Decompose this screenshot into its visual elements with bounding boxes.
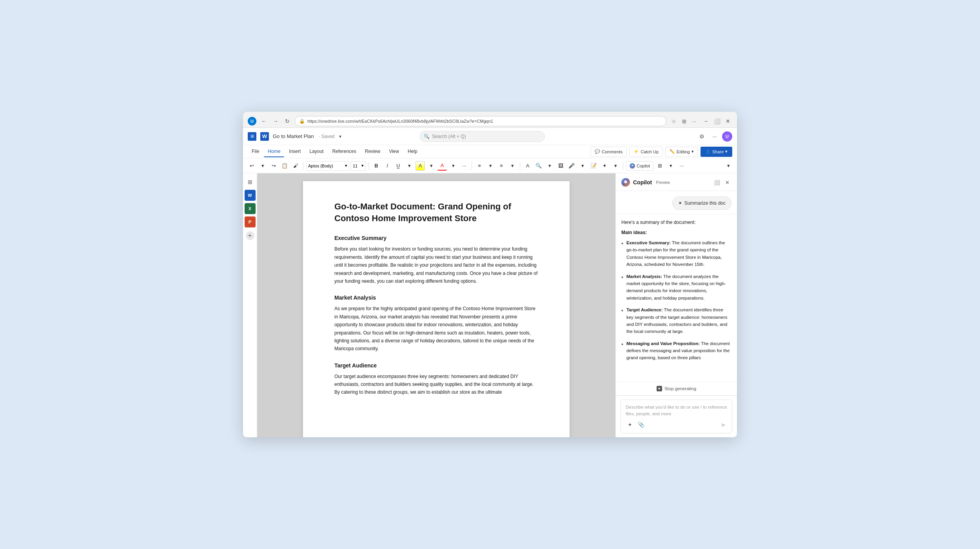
share-button[interactable]: 👤 Share ▾: [701, 147, 732, 157]
browser-forward-button[interactable]: →: [271, 117, 280, 125]
image-button[interactable]: 🖼: [556, 161, 565, 171]
browser-close-button[interactable]: ✕: [724, 117, 732, 125]
word-app-bar: ⊞ W Go to Market Plan · Saved ▾ 🔍 Search…: [243, 128, 737, 145]
sidebar-word-icon[interactable]: W: [245, 190, 256, 201]
toolbar-divider-5: [623, 162, 623, 170]
sidebar-powerpoint-icon[interactable]: P: [245, 216, 256, 227]
word-search-bar[interactable]: 🔍 Search (Alt + Q): [419, 131, 545, 142]
browser-maximize-button[interactable]: ⬜: [713, 117, 721, 125]
browser-top-bar: U ← → ↻ 🔒 https://onedrive.live.com/w/t/…: [248, 115, 732, 127]
summary-main-ideas-heading: Main ideas:: [621, 230, 731, 235]
sidebar-add-button[interactable]: +: [246, 231, 254, 240]
section-heading-market-analysis: Market Analysis: [334, 294, 538, 301]
ribbon-tab-insert[interactable]: Insert: [285, 146, 305, 157]
find-button[interactable]: 🔍: [534, 161, 543, 171]
find-dropdown-button[interactable]: ▾: [545, 161, 554, 171]
browser-minimize-button[interactable]: −: [702, 117, 710, 125]
alignment-button[interactable]: ≡: [497, 161, 506, 171]
summarize-area: ✦ Summarize this doc: [616, 191, 737, 214]
comments-button[interactable]: 💬 Comments: [590, 147, 627, 157]
underline-button[interactable]: U̲: [394, 161, 403, 171]
ribbon-right-actions: 💬 Comments ⚡ Catch Up ✏️ Editing ▾ 👤 Sha…: [590, 147, 732, 157]
browser-action-icons: ☆ ⊞ ···: [670, 117, 699, 125]
word-logo: W: [260, 132, 269, 141]
browser-address-bar[interactable]: 🔒 https://onedrive.live.com/w/t/EaCKkPs6…: [295, 116, 666, 126]
font-name-selector[interactable]: Aptos (Body) ▾: [306, 161, 349, 171]
toolbar-expand-button[interactable]: ▾: [724, 161, 733, 171]
summarize-doc-button[interactable]: ✦ Summarize this doc: [672, 196, 731, 210]
copilot-attach-button[interactable]: 📎: [637, 420, 645, 429]
ribbon-tab-home[interactable]: Home: [264, 146, 284, 157]
undo-dropdown-button[interactable]: ▾: [258, 161, 267, 171]
underline-dropdown-button[interactable]: ▾: [405, 161, 414, 171]
highlight-dropdown-button[interactable]: ▾: [426, 161, 436, 171]
summary-item-label-3: Target Audience:: [626, 307, 663, 312]
copilot-maximize-button[interactable]: ⬜: [713, 178, 721, 187]
table-dropdown-button[interactable]: ▾: [666, 161, 675, 171]
ribbon-tab-file[interactable]: File: [248, 146, 263, 157]
settings-button[interactable]: ⚙: [697, 131, 707, 142]
italic-button[interactable]: I: [383, 161, 392, 171]
bullet-icon-3: •: [621, 306, 623, 335]
smart-tools-button[interactable]: ✦: [600, 161, 609, 171]
browser-refresh-button[interactable]: ↻: [283, 117, 292, 125]
font-color-button[interactable]: A: [437, 161, 447, 171]
highlight-color-button[interactable]: A: [416, 161, 425, 171]
stop-generating-button[interactable]: ■ Stop generating: [657, 386, 696, 391]
copilot-panel: Copilot Preview ⬜ ✕ ✦ Summarize this doc: [615, 173, 737, 437]
browser-favorites-button[interactable]: ☆: [670, 117, 678, 125]
toolbar-divider-2: [368, 162, 369, 170]
redo-button[interactable]: ↪: [269, 161, 278, 171]
sidebar-excel-icon[interactable]: X: [245, 203, 256, 214]
ribbon-tab-view[interactable]: View: [385, 146, 403, 157]
voice-dropdown-button[interactable]: ▾: [578, 161, 587, 171]
format-painter-button[interactable]: 🖌: [291, 161, 300, 171]
more-options-button[interactable]: ···: [710, 131, 720, 142]
copilot-sparkle-button[interactable]: ✦: [626, 420, 634, 429]
browser-more-button[interactable]: ···: [690, 117, 699, 125]
ribbon-tab-references[interactable]: References: [328, 146, 360, 157]
browser-extensions-button[interactable]: ⊞: [680, 117, 688, 125]
voice-button[interactable]: 🎤: [567, 161, 576, 171]
copilot-toolbar-button[interactable]: ✦ Copilot: [626, 161, 653, 171]
app-layout: ⊞ W X P + Go-to-Market Document: Grand O…: [243, 173, 737, 437]
editor-button[interactable]: 📝: [589, 161, 598, 171]
catchup-button[interactable]: ⚡ Catch Up: [629, 147, 663, 157]
more-formatting-button[interactable]: ···: [459, 161, 469, 171]
alignment-dropdown-button[interactable]: ▾: [508, 161, 517, 171]
document-area[interactable]: Go-to-Market Document: Grand Opening of …: [257, 173, 615, 437]
copilot-input-box[interactable]: Describe what you'd like to do or use / …: [621, 400, 732, 434]
ribbon-tab-review[interactable]: Review: [361, 146, 384, 157]
more-toolbar-button[interactable]: ···: [677, 161, 686, 171]
undo-button[interactable]: ↩: [247, 161, 256, 171]
font-color-dropdown-button[interactable]: ▾: [448, 161, 458, 171]
section-content-target-audience: Our target audience encompasses three ke…: [334, 373, 538, 396]
browser-profile-avatar[interactable]: U: [248, 117, 256, 125]
sidebar-grid-icon[interactable]: ⊞: [245, 176, 256, 187]
user-avatar[interactable]: U: [722, 131, 732, 142]
ribbon-menu: File Home Insert Layout References Revie…: [243, 145, 737, 158]
copilot-send-button[interactable]: ➤: [719, 420, 727, 429]
document-saved-status: · Saved: [319, 134, 335, 139]
browser-window: U ← → ↻ 🔒 https://onedrive.live.com/w/t/…: [243, 112, 737, 437]
paste-button[interactable]: 📋: [280, 161, 289, 171]
summary-item-label-2: Market Analysis:: [626, 274, 662, 279]
text-effects-button[interactable]: A: [523, 161, 532, 171]
apps-grid-icon[interactable]: ⊞: [248, 132, 256, 141]
bullets-dropdown-button[interactable]: ▾: [486, 161, 495, 171]
font-size-dropdown-icon: ▾: [361, 163, 364, 168]
document-status-dropdown[interactable]: ▾: [339, 134, 341, 139]
document-page: Go-to-Market Document: Grand Opening of …: [303, 181, 570, 437]
ribbon-tab-layout[interactable]: Layout: [305, 146, 327, 157]
catchup-icon: ⚡: [633, 149, 639, 154]
bullets-button[interactable]: ≡: [475, 161, 484, 171]
comment-icon: 💬: [595, 149, 600, 154]
bold-button[interactable]: B: [372, 161, 381, 171]
editing-button[interactable]: ✏️ Editing ▾: [665, 147, 698, 157]
browser-back-button[interactable]: ←: [260, 117, 268, 125]
smart-tools-dropdown-button[interactable]: ▾: [611, 161, 620, 171]
copilot-close-button[interactable]: ✕: [723, 178, 731, 187]
font-size-selector[interactable]: 11 ▾: [351, 161, 366, 171]
table-button[interactable]: ⊞: [655, 161, 664, 171]
ribbon-tab-help[interactable]: Help: [404, 146, 421, 157]
